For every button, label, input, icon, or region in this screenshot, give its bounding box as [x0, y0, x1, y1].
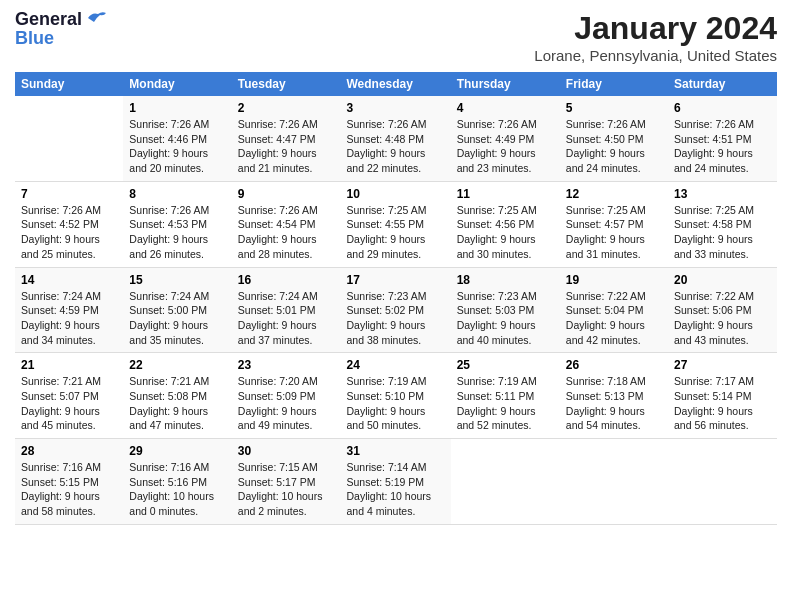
- day-info: Sunrise: 7:26 AMSunset: 4:47 PMDaylight:…: [238, 117, 335, 176]
- table-row: 14 Sunrise: 7:24 AMSunset: 4:59 PMDaylig…: [15, 267, 123, 353]
- location: Lorane, Pennsylvania, United States: [534, 47, 777, 64]
- header-tuesday: Tuesday: [232, 72, 341, 96]
- logo-bird-icon: [86, 10, 108, 26]
- day-info: Sunrise: 7:23 AMSunset: 5:03 PMDaylight:…: [457, 289, 554, 348]
- day-info: Sunrise: 7:26 AMSunset: 4:48 PMDaylight:…: [346, 117, 444, 176]
- day-info: Sunrise: 7:14 AMSunset: 5:19 PMDaylight:…: [346, 460, 444, 519]
- table-row: 9 Sunrise: 7:26 AMSunset: 4:54 PMDayligh…: [232, 181, 341, 267]
- table-row: 1 Sunrise: 7:26 AMSunset: 4:46 PMDayligh…: [123, 96, 231, 181]
- day-info: Sunrise: 7:17 AMSunset: 5:14 PMDaylight:…: [674, 374, 771, 433]
- table-row: 10 Sunrise: 7:25 AMSunset: 4:55 PMDaylig…: [340, 181, 450, 267]
- table-row: 19 Sunrise: 7:22 AMSunset: 5:04 PMDaylig…: [560, 267, 668, 353]
- day-number: 3: [346, 101, 444, 115]
- header-saturday: Saturday: [668, 72, 777, 96]
- day-number: 9: [238, 187, 335, 201]
- table-row: 3 Sunrise: 7:26 AMSunset: 4:48 PMDayligh…: [340, 96, 450, 181]
- table-row: 29 Sunrise: 7:16 AMSunset: 5:16 PMDaylig…: [123, 439, 231, 525]
- day-info: Sunrise: 7:24 AMSunset: 5:01 PMDaylight:…: [238, 289, 335, 348]
- day-info: Sunrise: 7:26 AMSunset: 4:50 PMDaylight:…: [566, 117, 662, 176]
- day-info: Sunrise: 7:26 AMSunset: 4:53 PMDaylight:…: [129, 203, 225, 262]
- day-info: Sunrise: 7:25 AMSunset: 4:57 PMDaylight:…: [566, 203, 662, 262]
- day-number: 25: [457, 358, 554, 372]
- calendar-week-row: 21 Sunrise: 7:21 AMSunset: 5:07 PMDaylig…: [15, 353, 777, 439]
- table-row: 15 Sunrise: 7:24 AMSunset: 5:00 PMDaylig…: [123, 267, 231, 353]
- table-row: 4 Sunrise: 7:26 AMSunset: 4:49 PMDayligh…: [451, 96, 560, 181]
- logo: General Blue: [15, 10, 108, 49]
- table-row: 23 Sunrise: 7:20 AMSunset: 5:09 PMDaylig…: [232, 353, 341, 439]
- day-info: Sunrise: 7:22 AMSunset: 5:06 PMDaylight:…: [674, 289, 771, 348]
- day-info: Sunrise: 7:15 AMSunset: 5:17 PMDaylight:…: [238, 460, 335, 519]
- day-number: 23: [238, 358, 335, 372]
- day-info: Sunrise: 7:21 AMSunset: 5:07 PMDaylight:…: [21, 374, 117, 433]
- table-row: 20 Sunrise: 7:22 AMSunset: 5:06 PMDaylig…: [668, 267, 777, 353]
- header-friday: Friday: [560, 72, 668, 96]
- calendar-week-row: 1 Sunrise: 7:26 AMSunset: 4:46 PMDayligh…: [15, 96, 777, 181]
- title-section: January 2024 Lorane, Pennsylvania, Unite…: [534, 10, 777, 64]
- table-row: 5 Sunrise: 7:26 AMSunset: 4:50 PMDayligh…: [560, 96, 668, 181]
- table-row: 22 Sunrise: 7:21 AMSunset: 5:08 PMDaylig…: [123, 353, 231, 439]
- day-number: 13: [674, 187, 771, 201]
- calendar-week-row: 14 Sunrise: 7:24 AMSunset: 4:59 PMDaylig…: [15, 267, 777, 353]
- table-row: 24 Sunrise: 7:19 AMSunset: 5:10 PMDaylig…: [340, 353, 450, 439]
- calendar-week-row: 28 Sunrise: 7:16 AMSunset: 5:15 PMDaylig…: [15, 439, 777, 525]
- day-number: 2: [238, 101, 335, 115]
- header-wednesday: Wednesday: [340, 72, 450, 96]
- table-row: 31 Sunrise: 7:14 AMSunset: 5:19 PMDaylig…: [340, 439, 450, 525]
- day-number: 27: [674, 358, 771, 372]
- header: General Blue January 2024 Lorane, Pennsy…: [15, 10, 777, 64]
- day-info: Sunrise: 7:23 AMSunset: 5:02 PMDaylight:…: [346, 289, 444, 348]
- page-container: General Blue January 2024 Lorane, Pennsy…: [0, 0, 792, 535]
- table-row: 21 Sunrise: 7:21 AMSunset: 5:07 PMDaylig…: [15, 353, 123, 439]
- day-info: Sunrise: 7:16 AMSunset: 5:15 PMDaylight:…: [21, 460, 117, 519]
- day-number: 10: [346, 187, 444, 201]
- day-info: Sunrise: 7:24 AMSunset: 4:59 PMDaylight:…: [21, 289, 117, 348]
- table-row: 26 Sunrise: 7:18 AMSunset: 5:13 PMDaylig…: [560, 353, 668, 439]
- table-row: 13 Sunrise: 7:25 AMSunset: 4:58 PMDaylig…: [668, 181, 777, 267]
- day-info: Sunrise: 7:20 AMSunset: 5:09 PMDaylight:…: [238, 374, 335, 433]
- table-row: 7 Sunrise: 7:26 AMSunset: 4:52 PMDayligh…: [15, 181, 123, 267]
- table-row: 8 Sunrise: 7:26 AMSunset: 4:53 PMDayligh…: [123, 181, 231, 267]
- day-info: Sunrise: 7:25 AMSunset: 4:56 PMDaylight:…: [457, 203, 554, 262]
- day-info: Sunrise: 7:25 AMSunset: 4:58 PMDaylight:…: [674, 203, 771, 262]
- day-number: 21: [21, 358, 117, 372]
- day-number: 26: [566, 358, 662, 372]
- header-thursday: Thursday: [451, 72, 560, 96]
- day-info: Sunrise: 7:26 AMSunset: 4:54 PMDaylight:…: [238, 203, 335, 262]
- day-number: 7: [21, 187, 117, 201]
- month-title: January 2024: [534, 10, 777, 47]
- header-sunday: Sunday: [15, 72, 123, 96]
- table-row: [668, 439, 777, 525]
- day-number: 12: [566, 187, 662, 201]
- day-number: 29: [129, 444, 225, 458]
- day-number: 16: [238, 273, 335, 287]
- table-row: 27 Sunrise: 7:17 AMSunset: 5:14 PMDaylig…: [668, 353, 777, 439]
- day-info: Sunrise: 7:26 AMSunset: 4:46 PMDaylight:…: [129, 117, 225, 176]
- calendar-table: Sunday Monday Tuesday Wednesday Thursday…: [15, 72, 777, 525]
- table-row: 12 Sunrise: 7:25 AMSunset: 4:57 PMDaylig…: [560, 181, 668, 267]
- day-info: Sunrise: 7:16 AMSunset: 5:16 PMDaylight:…: [129, 460, 225, 519]
- day-number: 5: [566, 101, 662, 115]
- day-info: Sunrise: 7:21 AMSunset: 5:08 PMDaylight:…: [129, 374, 225, 433]
- day-number: 4: [457, 101, 554, 115]
- day-number: 6: [674, 101, 771, 115]
- day-info: Sunrise: 7:25 AMSunset: 4:55 PMDaylight:…: [346, 203, 444, 262]
- day-info: Sunrise: 7:24 AMSunset: 5:00 PMDaylight:…: [129, 289, 225, 348]
- day-number: 19: [566, 273, 662, 287]
- table-row: 16 Sunrise: 7:24 AMSunset: 5:01 PMDaylig…: [232, 267, 341, 353]
- table-row: 25 Sunrise: 7:19 AMSunset: 5:11 PMDaylig…: [451, 353, 560, 439]
- logo-blue: Blue: [15, 28, 54, 49]
- day-number: 18: [457, 273, 554, 287]
- day-number: 24: [346, 358, 444, 372]
- day-number: 14: [21, 273, 117, 287]
- table-row: 11 Sunrise: 7:25 AMSunset: 4:56 PMDaylig…: [451, 181, 560, 267]
- calendar-week-row: 7 Sunrise: 7:26 AMSunset: 4:52 PMDayligh…: [15, 181, 777, 267]
- table-row: [560, 439, 668, 525]
- day-number: 1: [129, 101, 225, 115]
- table-row: 2 Sunrise: 7:26 AMSunset: 4:47 PMDayligh…: [232, 96, 341, 181]
- day-number: 20: [674, 273, 771, 287]
- table-row: [15, 96, 123, 181]
- day-number: 17: [346, 273, 444, 287]
- day-number: 30: [238, 444, 335, 458]
- day-info: Sunrise: 7:22 AMSunset: 5:04 PMDaylight:…: [566, 289, 662, 348]
- header-monday: Monday: [123, 72, 231, 96]
